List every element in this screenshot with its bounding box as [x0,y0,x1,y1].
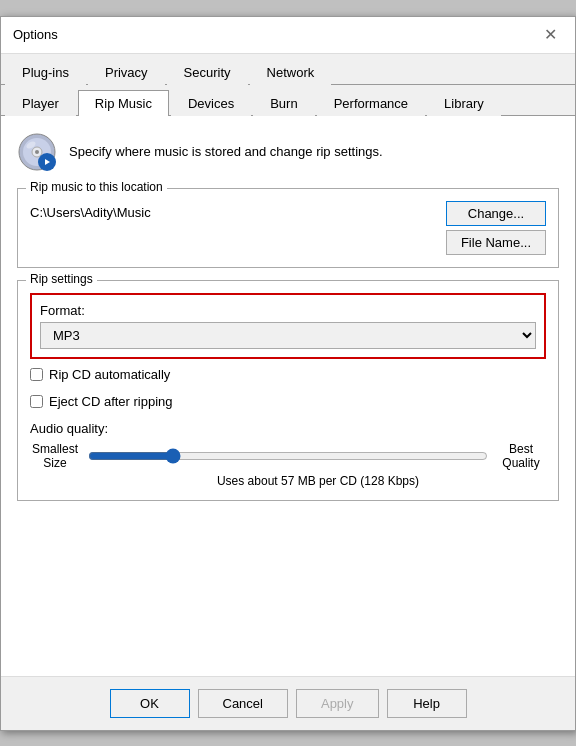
rip-settings-group: Rip settings Format: MP3 WAV WMA AAC FLA… [17,280,559,502]
window-title: Options [13,27,58,42]
location-group: Rip music to this location C:\Users\Adit… [17,188,559,268]
title-bar: Options ✕ [1,17,575,54]
audio-quality-section: Audio quality: SmallestSize BestQuality … [30,421,546,489]
svg-point-3 [35,150,39,154]
tab-plugins[interactable]: Plug-ins [5,59,86,85]
rip-cd-auto-checkbox[interactable] [30,368,43,381]
tab-player[interactable]: Player [5,90,76,116]
format-label: Format: [40,303,536,318]
tab-performance[interactable]: Performance [317,90,425,116]
rip-settings-group-label: Rip settings [26,272,97,286]
slider-row: SmallestSize BestQuality [30,442,546,471]
format-select[interactable]: MP3 WAV WMA AAC FLAC [40,322,536,349]
tab-rip-music[interactable]: Rip Music [78,90,169,116]
slider-label-smallest: SmallestSize [30,442,80,471]
header-section: Specify where music is stored and change… [17,132,559,172]
dialog-buttons: OK Cancel Apply Help [1,676,575,730]
slider-hint: Uses about 57 MB per CD (128 Kbps) [90,474,546,488]
options-dialog: Options ✕ Plug-ins Privacy Security Netw… [0,16,576,731]
tab-security[interactable]: Security [167,59,248,85]
apply-button[interactable]: Apply [296,689,379,718]
tab-network[interactable]: Network [250,59,332,85]
location-buttons: Change... File Name... [446,201,546,255]
tab-library[interactable]: Library [427,90,501,116]
tabs-bottom-row: Player Rip Music Devices Burn Performanc… [1,85,575,116]
rip-cd-auto-label[interactable]: Rip CD automatically [49,367,170,382]
close-button[interactable]: ✕ [538,25,563,45]
rip-cd-auto-row: Rip CD automatically [30,367,546,382]
help-button[interactable]: Help [387,689,467,718]
location-row: C:\Users\Adity\Music Change... File Name… [30,201,546,255]
format-box: Format: MP3 WAV WMA AAC FLAC [30,293,546,359]
slider-label-best: BestQuality [496,442,546,471]
slider-container [88,446,488,466]
cancel-button[interactable]: Cancel [198,689,288,718]
eject-cd-label[interactable]: Eject CD after ripping [49,394,173,409]
change-button[interactable]: Change... [446,201,546,226]
audio-quality-label: Audio quality: [30,421,546,436]
eject-cd-row: Eject CD after ripping [30,394,546,409]
cd-icon [17,132,57,172]
content-area: Specify where music is stored and change… [1,116,575,676]
tabs-top-row: Plug-ins Privacy Security Network [1,54,575,85]
tab-privacy[interactable]: Privacy [88,59,165,85]
quality-slider[interactable] [88,448,488,464]
tab-devices[interactable]: Devices [171,90,251,116]
header-description: Specify where music is stored and change… [69,144,383,159]
eject-cd-checkbox[interactable] [30,395,43,408]
tab-burn[interactable]: Burn [253,90,314,116]
ok-button[interactable]: OK [110,689,190,718]
location-group-label: Rip music to this location [26,180,167,194]
filename-button[interactable]: File Name... [446,230,546,255]
location-path: C:\Users\Adity\Music [30,201,434,224]
